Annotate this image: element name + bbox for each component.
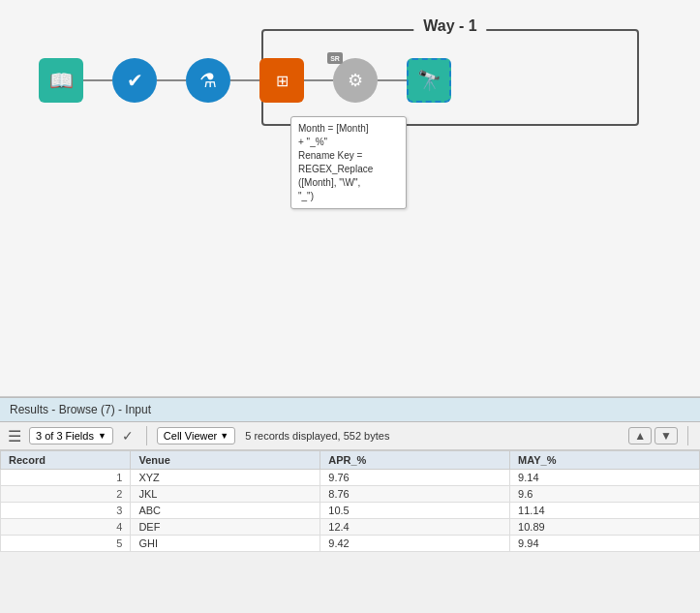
col-header-venue: Venue (131, 451, 320, 470)
sort-desc-button[interactable]: ▼ (654, 427, 678, 444)
cell-viewer-label: Cell Viewer (164, 430, 217, 442)
annotation-line4: REGEX_Replace (298, 163, 399, 176)
col-header-record: Record (1, 451, 131, 470)
cell-apr: 9.42 (320, 536, 510, 552)
cell-apr: 8.76 (320, 486, 510, 503)
cell-may: 10.89 (510, 519, 700, 536)
connector-2 (157, 79, 186, 81)
cell-apr: 12.4 (320, 519, 510, 536)
table-row: 2 JKL 8.76 9.6 (1, 486, 700, 503)
sr-badge: SR (327, 52, 343, 64)
cell-venue: ABC (131, 503, 320, 519)
select-node[interactable]: ⊞ (259, 58, 304, 103)
way-1-title: Way - 1 (413, 17, 486, 35)
workflow-canvas: Way - 1 📖 ✔ ⚗ ⊞ (0, 0, 700, 397)
cell-viewer-selector[interactable]: Cell Viewer ▼ (157, 427, 235, 444)
fields-count-label: 3 of 3 Fields (36, 430, 94, 442)
annotation-line2: + "_%" (298, 136, 399, 149)
cell-may: 9.94 (510, 536, 700, 552)
formula-node[interactable]: ⚗ (186, 58, 230, 103)
cell-may: 9.14 (510, 470, 700, 486)
browse-icon: 🔭 (417, 69, 441, 92)
cell-venue: DEF (131, 519, 320, 536)
toolbar-separator-2 (687, 426, 688, 445)
results-header-text: Results - Browse (7) - Input (10, 403, 151, 416)
table-row: 1 XYZ 9.76 9.14 (1, 470, 700, 486)
cell-apr: 9.76 (320, 470, 510, 486)
table-body: 1 XYZ 9.76 9.14 2 JKL 8.76 9.6 3 ABC 10.… (1, 470, 700, 552)
connector-5 (378, 79, 407, 81)
fields-confirm-button[interactable]: ✓ (119, 427, 137, 444)
records-info: 5 records displayed, 552 bytes (245, 430, 389, 442)
saw-icon: ⚙ (348, 70, 363, 91)
col-header-apr: APR_% (320, 451, 510, 470)
table-row: 5 GHI 9.42 9.94 (1, 536, 700, 552)
cell-may: 11.14 (510, 503, 700, 519)
results-panel: Results - Browse (7) - Input ☰ 3 of 3 Fi… (0, 397, 700, 552)
connector-4 (304, 79, 333, 81)
connector-1 (83, 79, 112, 81)
cell-may: 9.6 (510, 486, 700, 503)
cell-record: 4 (1, 519, 131, 536)
cell-apr: 10.5 (320, 503, 510, 519)
toolbar-separator-1 (146, 426, 147, 445)
fields-selector[interactable]: 3 of 3 Fields ▼ (29, 427, 113, 444)
workflow-nodes: 📖 ✔ ⚗ ⊞ SR ⚙ (39, 58, 451, 103)
connector-3 (230, 79, 259, 81)
cell-venue: JKL (131, 486, 320, 503)
browse-node[interactable]: 🔭 (407, 58, 451, 103)
flask-icon: ⚗ (199, 69, 217, 92)
book-node[interactable]: 📖 (39, 58, 83, 103)
sort-asc-button[interactable]: ▲ (628, 427, 652, 444)
check-confirm-icon: ✓ (122, 428, 134, 444)
annotation-line3: Rename Key = (298, 149, 399, 163)
toolbar-menu-icon[interactable]: ☰ (8, 427, 21, 445)
table-icon: ⊞ (276, 72, 289, 90)
cell-record: 5 (1, 536, 131, 552)
cell-record: 1 (1, 470, 131, 486)
annotation-line5: ([Month], "\W", (298, 176, 399, 190)
table-row: 3 ABC 10.5 11.14 (1, 503, 700, 519)
cell-venue: GHI (131, 536, 320, 552)
data-table: Record Venue APR_% MAY_% 1 XYZ 9.76 9.14… (0, 450, 700, 552)
col-header-may: MAY_% (510, 451, 700, 470)
dynamic-rename-node[interactable]: SR ⚙ (333, 58, 378, 103)
annotation-line1: Month = [Month] (298, 122, 399, 136)
formula-annotation: Month = [Month] + "_%" Rename Key = REGE… (290, 116, 407, 209)
results-header: Results - Browse (7) - Input (0, 398, 700, 422)
cell-viewer-dropdown-icon: ▼ (220, 431, 228, 441)
book-icon: 📖 (49, 69, 74, 92)
results-toolbar: ☰ 3 of 3 Fields ▼ ✓ Cell Viewer ▼ 5 reco… (0, 422, 700, 450)
check-icon: ✔ (127, 69, 143, 92)
table-row: 4 DEF 12.4 10.89 (1, 519, 700, 536)
table-header-row: Record Venue APR_% MAY_% (1, 451, 700, 470)
cell-venue: XYZ (131, 470, 320, 486)
annotation-line6: "_") (298, 190, 399, 203)
sort-controls: ▲ ▼ (628, 427, 678, 444)
cell-record: 3 (1, 503, 131, 519)
cell-record: 2 (1, 486, 131, 503)
fields-dropdown-icon: ▼ (98, 431, 107, 441)
check-node[interactable]: ✔ (112, 58, 157, 103)
